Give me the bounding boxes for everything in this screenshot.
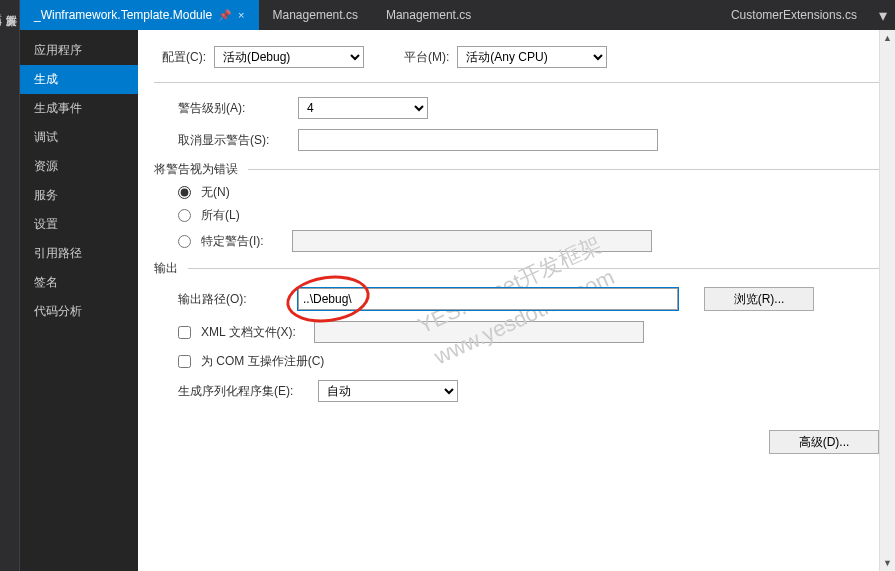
tab-label: CustomerExtensions.cs — [731, 8, 857, 22]
output-path-label: 输出路径(O): — [178, 291, 288, 308]
browse-button[interactable]: 浏览(R)... — [704, 287, 814, 311]
treat-error-specific-label: 特定警告(I): — [201, 233, 264, 250]
treat-error-all-radio[interactable] — [178, 209, 191, 222]
scroll-down-icon[interactable]: ▼ — [880, 555, 895, 571]
workspace: 应用程序 生成 生成事件 调试 资源 服务 设置 引用路径 签名 代码分析 YE… — [20, 30, 895, 571]
platform-label: 平台(M): — [404, 49, 449, 66]
warning-level-select[interactable]: 4 — [298, 97, 428, 119]
scroll-up-icon[interactable]: ▲ — [880, 30, 895, 46]
treat-error-none-label: 无(N) — [201, 184, 230, 201]
config-select[interactable]: 活动(Debug) — [214, 46, 364, 68]
properties-sidebar: 应用程序 生成 生成事件 调试 资源 服务 设置 引用路径 签名 代码分析 — [20, 30, 138, 571]
tab-label: Management.cs — [273, 8, 358, 22]
left-dock-rail[interactable]: 解决方案 工具箱 — [0, 0, 20, 571]
platform-select[interactable]: 活动(Any CPU) — [457, 46, 607, 68]
tab-management-2[interactable]: Management.cs — [372, 0, 485, 30]
treat-error-specific-radio[interactable] — [178, 235, 191, 248]
treat-as-errors-group: 将警告视为错误 — [154, 161, 238, 178]
xml-doc-checkbox[interactable] — [178, 326, 191, 339]
close-icon[interactable]: × — [238, 9, 244, 21]
sidebar-item-resources[interactable]: 资源 — [20, 152, 138, 181]
sidebar-item-services[interactable]: 服务 — [20, 181, 138, 210]
tab-overflow-menu[interactable]: ▾ — [871, 0, 895, 30]
pin-icon[interactable]: 📌 — [218, 9, 232, 22]
suppress-warnings-label: 取消显示警告(S): — [178, 132, 288, 149]
tab-customer-extensions[interactable]: CustomerExtensions.cs — [717, 0, 871, 30]
serialization-select[interactable]: 自动 — [318, 380, 458, 402]
tab-label: _Winframework.Template.Module — [34, 8, 212, 22]
build-form: YES.dotnet开发框架 www.yesdotnet.com 配置(C): … — [138, 30, 895, 571]
output-group: 输出 — [154, 260, 178, 277]
tab-management-1[interactable]: Management.cs — [259, 0, 372, 30]
sidebar-item-build-events[interactable]: 生成事件 — [20, 94, 138, 123]
treat-error-none-radio[interactable] — [178, 186, 191, 199]
document-tabstrip: _Winframework.Template.Module 📌 × Manage… — [0, 0, 895, 30]
xml-doc-input — [314, 321, 644, 343]
sidebar-item-reference-paths[interactable]: 引用路径 — [20, 239, 138, 268]
config-label: 配置(C): — [162, 49, 206, 66]
sidebar-item-code-analysis[interactable]: 代码分析 — [20, 297, 138, 326]
treat-error-all-label: 所有(L) — [201, 207, 240, 224]
warning-level-label: 警告级别(A): — [178, 100, 288, 117]
sidebar-item-build[interactable]: 生成 — [20, 65, 138, 94]
serialization-label: 生成序列化程序集(E): — [178, 383, 308, 400]
sidebar-item-settings[interactable]: 设置 — [20, 210, 138, 239]
advanced-button[interactable]: 高级(D)... — [769, 430, 879, 454]
com-interop-label: 为 COM 互操作注册(C) — [201, 353, 324, 370]
sidebar-item-signing[interactable]: 签名 — [20, 268, 138, 297]
sidebar-item-application[interactable]: 应用程序 — [20, 36, 138, 65]
tab-project-properties[interactable]: _Winframework.Template.Module 📌 × — [20, 0, 259, 30]
output-path-input[interactable] — [298, 288, 678, 310]
vertical-scrollbar[interactable]: ▲ ▼ — [879, 30, 895, 571]
tab-label: Management.cs — [386, 8, 471, 22]
sidebar-item-debug[interactable]: 调试 — [20, 123, 138, 152]
suppress-warnings-input[interactable] — [298, 129, 658, 151]
treat-error-specific-input — [292, 230, 652, 252]
com-interop-checkbox[interactable] — [178, 355, 191, 368]
xml-doc-label: XML 文档文件(X): — [201, 324, 296, 341]
